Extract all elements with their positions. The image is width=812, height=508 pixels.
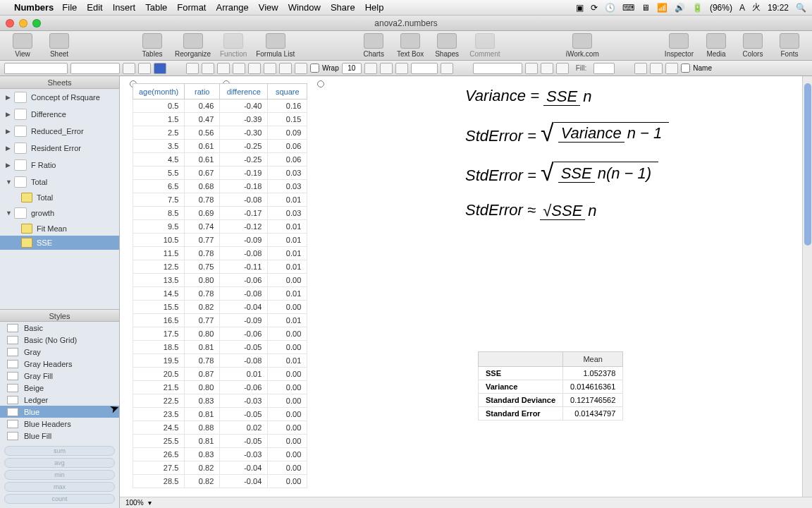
sheet-growth[interactable]: ▼growth bbox=[0, 205, 119, 222]
tool-comment[interactable]: Comment bbox=[469, 33, 500, 58]
canvas[interactable]: age(month)ratiodifferencesquare0.50.46-0… bbox=[120, 76, 812, 508]
sse-data-table[interactable]: age(month)ratiodifferencesquare0.50.46-0… bbox=[133, 83, 307, 488]
cell-format-select[interactable] bbox=[473, 63, 522, 74]
grid-button-3[interactable] bbox=[665, 63, 678, 74]
style-blue[interactable]: Blue bbox=[0, 406, 119, 418]
italic-button[interactable] bbox=[138, 63, 151, 74]
table-row[interactable]: 5.50.67-0.190.03 bbox=[133, 167, 307, 180]
sheet-total[interactable]: ▼Total bbox=[0, 174, 119, 190]
menubar-wifi-icon[interactable]: 📶 bbox=[657, 3, 668, 13]
table-row[interactable]: 12.50.75-0.110.01 bbox=[133, 260, 307, 274]
menubar-volume-icon[interactable]: 🔊 bbox=[675, 3, 685, 13]
tool-iwork[interactable]: iWork.com bbox=[566, 33, 599, 58]
style-ledger[interactable]: Ledger bbox=[0, 394, 119, 406]
tool-tables[interactable]: Tables bbox=[138, 33, 166, 58]
table-row[interactable]: 28.50.82-0.040.00 bbox=[133, 475, 307, 488]
tool-sheet[interactable]: Sheet bbox=[45, 33, 73, 58]
menu-share[interactable]: Share bbox=[331, 2, 355, 13]
table-row[interactable]: 9.50.74-0.120.01 bbox=[133, 220, 307, 234]
align-left-button[interactable] bbox=[186, 63, 199, 74]
currency-button[interactable] bbox=[364, 63, 377, 74]
style-basic-no-grid-[interactable]: Basic (No Grid) bbox=[0, 334, 119, 346]
stats-row[interactable]: Standard Error0.01434797 bbox=[479, 407, 623, 421]
sheet-concept-rsquare[interactable]: ▶Concept of Rsquare bbox=[0, 89, 119, 106]
menu-arrange[interactable]: Arrange bbox=[216, 2, 248, 13]
zoom-stepper-icon[interactable]: ▾ bbox=[148, 499, 152, 507]
table-row[interactable]: 27.50.82-0.040.00 bbox=[133, 461, 307, 475]
font-family-select[interactable] bbox=[70, 63, 120, 74]
spotlight-icon[interactable]: 🔍 bbox=[796, 3, 806, 13]
col-header[interactable]: age(month) bbox=[133, 84, 185, 99]
table-fit-mean[interactable]: Fit Mean bbox=[0, 222, 119, 236]
table-row[interactable]: 14.50.78-0.080.01 bbox=[133, 287, 307, 301]
table-row[interactable]: 11.50.78-0.080.01 bbox=[133, 247, 307, 260]
tool-function[interactable]: Function bbox=[219, 33, 247, 58]
tool-charts[interactable]: Charts bbox=[359, 33, 388, 58]
table-row[interactable]: 8.50.69-0.170.03 bbox=[133, 207, 307, 220]
border-style-button[interactable] bbox=[525, 63, 538, 74]
table-row[interactable]: 10.50.77-0.090.01 bbox=[133, 234, 307, 247]
tool-reorganize[interactable]: Reorganize bbox=[175, 33, 211, 58]
grid-button-2[interactable] bbox=[650, 63, 663, 74]
font-size-field[interactable]: 10 bbox=[342, 63, 362, 74]
menubar-battery-icon[interactable]: 🔋 bbox=[692, 3, 703, 13]
valign-top-button[interactable] bbox=[264, 63, 276, 74]
table-row[interactable]: 6.50.68-0.180.03 bbox=[133, 180, 307, 193]
style-gray-fill[interactable]: Gray Fill bbox=[0, 370, 119, 382]
table-row[interactable]: 3.50.61-0.250.06 bbox=[133, 140, 307, 153]
table-row[interactable]: 7.50.78-0.080.01 bbox=[133, 193, 307, 207]
menubar-keyboard-icon[interactable]: ⌨ bbox=[622, 3, 634, 13]
table-row[interactable]: 19.50.78-0.080.01 bbox=[133, 354, 307, 368]
stats-row[interactable]: SSE1.052378 bbox=[479, 367, 623, 380]
style-gray[interactable]: Gray bbox=[0, 346, 119, 358]
table-row[interactable]: 16.50.77-0.090.01 bbox=[133, 314, 307, 327]
percent-button[interactable] bbox=[380, 63, 393, 74]
menubar-sync-icon[interactable]: ⟳ bbox=[591, 3, 598, 13]
table-row[interactable]: 2.50.56-0.300.09 bbox=[133, 126, 307, 140]
table-row[interactable]: 25.50.81-0.050.00 bbox=[133, 435, 307, 448]
valign-bottom-button[interactable] bbox=[295, 63, 307, 74]
menubar-display-icon[interactable]: 🖥 bbox=[641, 3, 650, 13]
align-justify-button[interactable] bbox=[233, 63, 245, 74]
style-basic[interactable]: Basic bbox=[0, 322, 119, 334]
calc-sum[interactable]: sum bbox=[4, 446, 115, 456]
sheet-f-ratio[interactable]: ▶F Ratio bbox=[0, 157, 119, 174]
border-none-button[interactable] bbox=[556, 63, 569, 74]
stats-summary-table[interactable]: MeanSSE1.052378Variance0.014616361Standa… bbox=[478, 351, 623, 421]
tool-media[interactable]: Media bbox=[702, 33, 730, 58]
fill-color-well[interactable] bbox=[593, 63, 615, 74]
tool-shapes[interactable]: Shapes bbox=[433, 33, 461, 58]
align-right-button[interactable] bbox=[217, 63, 230, 74]
tool-view[interactable]: View bbox=[8, 33, 37, 58]
menu-help[interactable]: Help bbox=[365, 2, 384, 13]
table-row[interactable]: 13.50.80-0.060.00 bbox=[133, 274, 307, 287]
col-header[interactable]: square bbox=[268, 84, 307, 99]
number-format-button[interactable] bbox=[441, 63, 453, 74]
window-zoom-button[interactable] bbox=[32, 19, 41, 28]
tool-colors[interactable]: Colors bbox=[739, 33, 767, 58]
table-row[interactable]: 22.50.83-0.030.00 bbox=[133, 394, 307, 408]
table-total[interactable]: Total bbox=[0, 190, 119, 205]
zoom-level[interactable]: 100% bbox=[125, 499, 144, 507]
table-row[interactable]: 1.50.47-0.390.15 bbox=[133, 113, 307, 126]
table-row[interactable]: 17.50.80-0.060.00 bbox=[133, 327, 307, 341]
checkbox-format-button[interactable] bbox=[395, 63, 408, 74]
menubar-day[interactable]: 火 bbox=[752, 1, 761, 13]
window-close-button[interactable] bbox=[6, 19, 14, 28]
style-blue-headers[interactable]: Blue Headers bbox=[0, 418, 119, 430]
align-auto-button[interactable] bbox=[248, 63, 261, 74]
tool-formula-list[interactable]: Formula List bbox=[256, 33, 295, 58]
col-header[interactable]: ratio bbox=[185, 84, 220, 99]
menu-window[interactable]: Window bbox=[288, 2, 321, 13]
stats-row[interactable]: Standard Deviance0.121746562 bbox=[479, 394, 623, 407]
table-row[interactable]: 4.50.61-0.250.06 bbox=[133, 153, 307, 167]
border-apply-button[interactable] bbox=[541, 63, 553, 74]
menu-file[interactable]: File bbox=[62, 2, 77, 13]
menubar-projector-icon[interactable]: ▣ bbox=[576, 3, 584, 13]
calc-avg[interactable]: avg bbox=[4, 458, 115, 468]
bold-button[interactable] bbox=[123, 63, 135, 74]
style-gray-headers[interactable]: Gray Headers bbox=[0, 358, 119, 370]
table-row[interactable]: 15.50.82-0.040.00 bbox=[133, 301, 307, 314]
scrollbar-thumb[interactable] bbox=[804, 83, 811, 246]
calc-min[interactable]: min bbox=[4, 470, 115, 480]
